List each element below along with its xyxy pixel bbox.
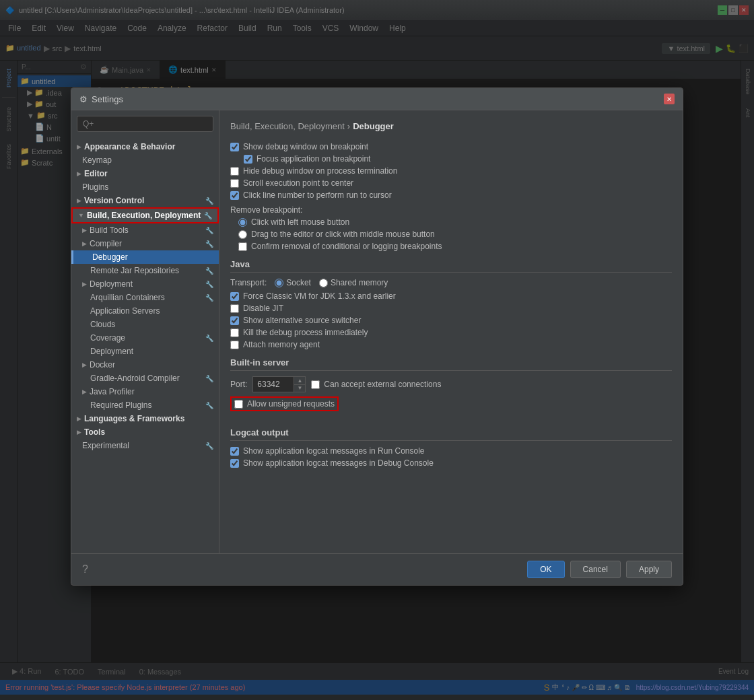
gradle-android-icon: 🔧 [205, 375, 213, 382]
allow-unsigned-label[interactable]: Allow unsigned requests [234, 399, 335, 409]
transport-shared-label[interactable]: Shared memory [319, 278, 388, 287]
cb-logcat-run[interactable] [230, 447, 239, 456]
checkbox-scroll-exec-label[interactable]: Scroll execution point to center [230, 178, 672, 188]
settings-item-compiler[interactable]: ▶ Compiler 🔧 [71, 237, 219, 250]
arrow-icon-build-tools: ▶ [82, 227, 87, 234]
arrow-icon: ▶ [77, 143, 81, 150]
checkbox-show-debug-label[interactable]: Show debug window on breakpoint [230, 142, 672, 151]
rb-drag-editor[interactable] [238, 230, 247, 239]
rb-click-mouse[interactable] [238, 218, 247, 227]
cb-alt-source[interactable] [230, 316, 239, 325]
checkbox-hide-debug-label[interactable]: Hide debug window on process termination [230, 166, 672, 176]
settings-item-keymap[interactable]: Keymap [71, 153, 219, 167]
dialog-title: ⚙ Settings [79, 94, 123, 104]
cb-disable-jit[interactable] [230, 304, 239, 313]
can-accept-label[interactable]: Can accept external connections [311, 380, 441, 389]
transport-socket-label[interactable]: Socket [275, 278, 311, 287]
cb-scroll-exec[interactable] [230, 179, 239, 188]
port-up-button[interactable]: ▲ [294, 377, 305, 384]
cb-force-classic-text: Force Classic VM for JDK 1.3.x and earli… [243, 291, 396, 301]
port-down-button[interactable]: ▼ [294, 384, 305, 392]
cb-disable-jit-text: Disable JIT [243, 304, 283, 313]
help-button[interactable]: ? [82, 563, 88, 575]
dialog-body: ▶ Appearance & Behavior Keymap ▶ Editor [71, 110, 683, 553]
checkbox-attach-memory: Attach memory agent [230, 340, 672, 349]
rb-transport-socket[interactable] [275, 279, 283, 287]
arrow-icon-compiler: ▶ [82, 240, 87, 247]
cb-attach-memory[interactable] [230, 341, 239, 349]
cb-can-accept[interactable] [311, 380, 320, 389]
cb-force-classic[interactable] [230, 292, 239, 301]
settings-item-java-profiler[interactable]: ▶ Java Profiler [71, 385, 219, 398]
build-tools-icon: 🔧 [205, 227, 213, 234]
settings-item-gradle-android[interactable]: Gradle-Android Compiler 🔧 [71, 372, 219, 385]
settings-item-editor-label: Editor [84, 169, 108, 178]
settings-item-docker-label: Docker [90, 360, 115, 370]
settings-item-deployment2-label: Deployment [90, 347, 133, 356]
settings-item-deployment2[interactable]: Deployment [71, 345, 219, 358]
rb-transport-shared[interactable] [319, 279, 328, 287]
settings-search-area [71, 110, 219, 137]
settings-item-deployment[interactable]: ▶ Deployment 🔧 [71, 277, 219, 291]
checkbox-attach-memory-label[interactable]: Attach memory agent [230, 340, 672, 349]
checkbox-click-line-label[interactable]: Click line number to perform run to curs… [230, 190, 672, 200]
settings-item-editor[interactable]: ▶ Editor [71, 167, 219, 180]
cb-kill-debug-text: Kill the debug process immediately [243, 328, 368, 337]
settings-item-clouds[interactable]: Clouds [71, 318, 219, 331]
checkbox-confirm-removal-label[interactable]: Confirm removal of conditional or loggin… [238, 242, 672, 251]
breadcrumb-sep: › [347, 121, 350, 131]
ok-button[interactable]: OK [527, 561, 564, 578]
settings-item-required-plugins[interactable]: Required Plugins 🔧 [71, 398, 219, 412]
settings-item-build-label: Build, Execution, Deployment [87, 211, 201, 220]
radio-drag-editor-label[interactable]: Drag to the editor or click with middle … [238, 230, 672, 239]
checkbox-logcat-debug-label[interactable]: Show application logcat messages in Debu… [230, 458, 672, 468]
settings-item-tools[interactable]: ▶ Tools [71, 425, 219, 439]
coverage-icon: 🔧 [205, 335, 213, 342]
cb-allow-unsigned[interactable] [234, 400, 243, 409]
cb-allow-unsigned-text: Allow unsigned requests [247, 399, 335, 409]
port-row: Port: ▲ ▼ Can accept external connection… [230, 376, 672, 392]
dialog-close-button[interactable]: ✕ [664, 94, 675, 104]
cb-click-line[interactable] [230, 191, 239, 200]
settings-item-vcs[interactable]: ▶ Version Control 🔧 [71, 194, 219, 207]
cancel-button[interactable]: Cancel [570, 561, 621, 578]
settings-item-coverage[interactable]: Coverage 🔧 [71, 331, 219, 345]
cb-logcat-debug[interactable] [230, 459, 239, 468]
settings-item-docker[interactable]: ▶ Docker [71, 358, 219, 372]
checkbox-disable-jit-label[interactable]: Disable JIT [230, 304, 672, 313]
port-input[interactable] [253, 378, 294, 390]
settings-item-build[interactable]: ▼ Build, Execution, Deployment 🔧 [71, 207, 219, 223]
checkbox-focus-app-label[interactable]: Focus application on breakpoint [244, 154, 672, 164]
checkbox-kill-debug-label[interactable]: Kill the debug process immediately [230, 328, 672, 337]
cb-focus-app[interactable] [244, 155, 252, 164]
cb-show-debug-text: Show debug window on breakpoint [243, 142, 368, 151]
checkbox-force-classic: Force Classic VM for JDK 1.3.x and earli… [230, 291, 672, 301]
settings-item-appearance[interactable]: ▶ Appearance & Behavior [71, 140, 219, 153]
cb-hide-debug[interactable] [230, 167, 239, 176]
settings-item-keymap-label: Keymap [82, 155, 112, 165]
settings-item-experimental[interactable]: Experimental 🔧 [71, 439, 219, 452]
dialog-title-bar: ⚙ Settings ✕ [71, 88, 683, 110]
radio-click-mouse-label[interactable]: Click with left mouse button [238, 217, 672, 227]
settings-item-build-tools[interactable]: ▶ Build Tools 🔧 [71, 223, 219, 237]
port-spinners: ▲ ▼ [294, 377, 305, 392]
transport-label-text: Transport: [230, 278, 267, 287]
cb-confirm-removal[interactable] [238, 242, 247, 251]
settings-item-app-servers[interactable]: Application Servers [71, 304, 219, 318]
settings-item-remote-jar[interactable]: Remote Jar Repositories 🔧 [71, 264, 219, 277]
settings-search-input[interactable] [77, 116, 213, 132]
settings-item-languages[interactable]: ▶ Languages & Frameworks [71, 412, 219, 425]
checkbox-alt-source-label[interactable]: Show alternative source switcher [230, 316, 672, 325]
apply-button[interactable]: Apply [626, 561, 672, 578]
port-label-text: Port: [230, 380, 247, 389]
settings-item-coverage-label: Coverage [90, 333, 125, 343]
checkbox-alt-source: Show alternative source switcher [230, 316, 672, 325]
settings-item-arquillian[interactable]: Arquillian Containers 🔧 [71, 291, 219, 304]
cb-kill-debug[interactable] [230, 328, 239, 337]
settings-item-plugins[interactable]: Plugins [71, 180, 219, 194]
checkbox-disable-jit: Disable JIT [230, 304, 672, 313]
checkbox-logcat-run-label[interactable]: Show application logcat messages in Run … [230, 446, 672, 456]
settings-item-debugger[interactable]: Debugger [71, 250, 219, 264]
checkbox-force-classic-label[interactable]: Force Classic VM for JDK 1.3.x and earli… [230, 291, 672, 301]
cb-show-debug-window[interactable] [230, 143, 239, 151]
